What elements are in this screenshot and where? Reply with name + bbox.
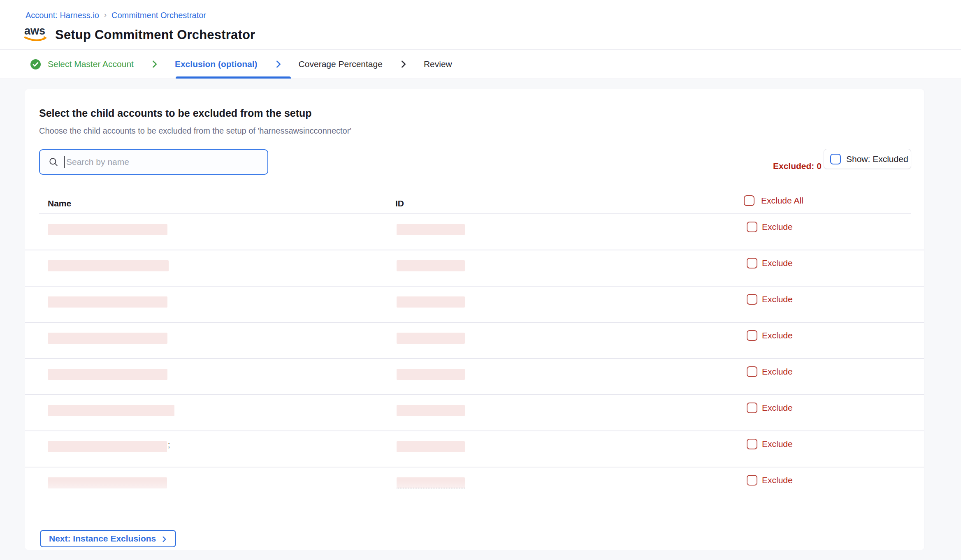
row-exclude-label: Exclude: [762, 367, 793, 377]
row-exclude-control[interactable]: Exclude: [747, 330, 793, 341]
breadcrumb-separator-icon: ›: [104, 11, 107, 19]
exclude-all-checkbox[interactable]: [744, 195, 754, 206]
chevron-right-icon: [161, 536, 168, 543]
row-exclude-checkbox[interactable]: [747, 475, 757, 486]
row-exclude-checkbox[interactable]: [747, 222, 757, 232]
stepper-chevron-icon: [399, 60, 408, 69]
redacted-name: [48, 477, 167, 488]
row-exclude-checkbox[interactable]: [747, 439, 757, 449]
card-subheading: Choose the child accounts to be excluded…: [39, 126, 351, 136]
row-exclude-label: Exclude: [762, 403, 793, 413]
redacted-name: [48, 369, 167, 380]
row-exclude-control[interactable]: Exclude: [747, 403, 793, 413]
table-row: Exclude: [25, 395, 924, 431]
svg-text:aws: aws: [24, 25, 45, 37]
page-header: aws Setup Commitment Orchestrator: [24, 25, 255, 45]
table-row: Exclude: [25, 467, 924, 504]
row-exclude-label: Exclude: [762, 294, 793, 304]
stepper-chevron-icon: [150, 60, 159, 69]
step-select-master-account[interactable]: Select Master Account: [30, 59, 134, 69]
row-exclude-label: Exclude: [762, 439, 793, 449]
breadcrumb: Account: Harness.io › Commitment Orchest…: [26, 11, 206, 20]
redacted-name: [48, 224, 167, 235]
show-excluded-toggle[interactable]: Show: Excluded: [824, 149, 911, 169]
redacted-id: [397, 405, 465, 416]
exclude-all-control[interactable]: Exclude All: [744, 195, 803, 206]
table-row: Exclude: [25, 214, 924, 250]
show-excluded-checkbox[interactable]: [830, 154, 841, 164]
redacted-id: [397, 260, 465, 271]
next-button-label: Next: Instance Exclusions: [49, 534, 156, 544]
row-exclude-checkbox[interactable]: [747, 366, 757, 377]
table-rows: Exclude Exclude Exclude Exclude Excl: [25, 214, 924, 504]
excluded-counter: Excluded: 0: [773, 161, 822, 171]
breadcrumb-account-link[interactable]: Account: Harness.io: [26, 11, 99, 20]
redacted-id: [397, 296, 465, 308]
step-label[interactable]: Exclusion (optional): [175, 59, 258, 69]
row-exclude-checkbox[interactable]: [747, 294, 757, 305]
redacted-name: [48, 333, 167, 344]
step-coverage-percentage[interactable]: Coverage Percentage: [299, 59, 383, 69]
stepper-chevron-icon: [274, 60, 283, 69]
row-exclude-control[interactable]: Exclude: [747, 294, 793, 305]
row-exclude-control[interactable]: Exclude: [747, 258, 793, 268]
row-exclude-checkbox[interactable]: [747, 258, 757, 268]
table-row: Exclude: [25, 250, 924, 287]
table-row: Exclude: [25, 323, 924, 359]
redacted-id: [397, 477, 465, 488]
row-exclude-label: Exclude: [762, 258, 793, 268]
exclude-all-label: Exclude All: [761, 196, 803, 206]
table-row: ; Exclude: [25, 431, 924, 467]
row-exclude-label: Exclude: [762, 222, 793, 232]
redacted-id: [397, 369, 465, 380]
exclusion-card: Select the child accounts to be excluded…: [25, 89, 924, 550]
row-exclude-label: Exclude: [762, 475, 793, 485]
search-input[interactable]: [66, 157, 267, 167]
redacted-id: [397, 441, 465, 452]
row-exclude-control[interactable]: Exclude: [747, 439, 793, 449]
column-header-name: Name: [48, 199, 71, 208]
text-cursor: [64, 156, 65, 168]
step-label[interactable]: Review: [424, 59, 452, 69]
table-row: Exclude: [25, 359, 924, 395]
row-exclude-checkbox[interactable]: [747, 403, 757, 413]
row-exclude-control[interactable]: Exclude: [747, 366, 793, 377]
next-instance-exclusions-button[interactable]: Next: Instance Exclusions: [40, 530, 176, 547]
setup-commitment-orchestrator-screen: Account: Harness.io › Commitment Orchest…: [0, 0, 961, 560]
step-completed-check-icon: [30, 59, 41, 69]
step-review[interactable]: Review: [424, 59, 452, 69]
redacted-id: [397, 224, 465, 235]
wizard-stepper: Select Master Account Exclusion (optiona…: [0, 50, 961, 79]
redacted-name: [48, 260, 169, 271]
breadcrumb-page-link[interactable]: Commitment Orchestrator: [111, 11, 206, 20]
redacted-name: [48, 296, 167, 308]
row-exclude-control[interactable]: Exclude: [747, 475, 793, 486]
step-label[interactable]: Select Master Account: [48, 59, 134, 69]
search-icon: [48, 157, 59, 167]
step-label[interactable]: Coverage Percentage: [299, 59, 383, 69]
name-remnant: ;: [168, 440, 170, 449]
row-exclude-control[interactable]: Exclude: [747, 222, 793, 232]
redacted-id: [397, 333, 465, 344]
row-exclude-label: Exclude: [762, 331, 793, 340]
show-excluded-label: Show: Excluded: [846, 154, 908, 164]
redacted-name: [48, 441, 167, 452]
search-box[interactable]: [39, 149, 268, 175]
table-row: Exclude: [25, 287, 924, 323]
step-exclusion-optional[interactable]: Exclusion (optional): [175, 59, 258, 69]
column-header-id: ID: [395, 199, 404, 208]
redacted-name: [48, 405, 174, 416]
card-heading: Select the child accounts to be excluded…: [39, 107, 312, 119]
table-header: Name ID Exclude All: [25, 195, 924, 214]
aws-logo-icon: aws: [24, 25, 48, 45]
active-step-underline: [176, 76, 291, 79]
page-title: Setup Commitment Orchestrator: [55, 28, 255, 42]
row-exclude-checkbox[interactable]: [747, 330, 757, 341]
